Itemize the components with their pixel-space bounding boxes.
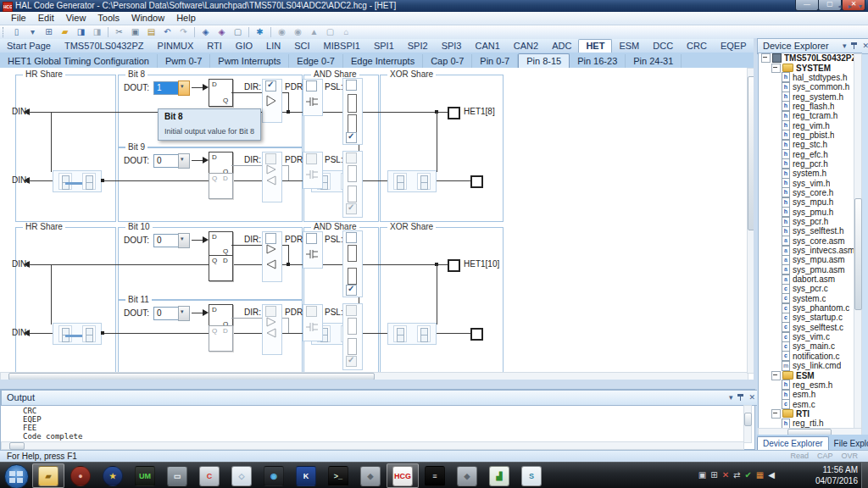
tab-mibspi1[interactable]: MIBSPI1 <box>317 40 367 53</box>
subtab-pin-16-23[interactable]: Pin 16-23 <box>570 54 626 68</box>
tree-item-sys-main-c[interactable]: csys_main.c <box>759 341 861 351</box>
minimize-button[interactable]: — <box>795 0 819 11</box>
toolbar-cut-button[interactable]: ✂ <box>112 26 126 38</box>
tree-item-notification-c[interactable]: cnotification.c <box>759 352 861 361</box>
subtab-pwm-0-7[interactable]: Pwm 0-7 <box>158 54 210 68</box>
tab-lin[interactable]: LIN <box>259 40 287 53</box>
tree-item-reg-flash-h[interactable]: hreg_flash.h <box>759 102 861 111</box>
tree-item-sys-mpu-h[interactable]: hsys_mpu.h <box>759 197 861 207</box>
taskbar-scite-button[interactable]: S <box>515 463 548 488</box>
tab-spi1[interactable]: SPI1 <box>367 40 401 53</box>
tree-item-sys-pmu-h[interactable]: hsys_pmu.h <box>759 208 861 217</box>
subtab-het1-global-timing-configuration[interactable]: HET1 Global Timing Configuration <box>0 54 158 68</box>
tray-volume-icon[interactable]: ◀ <box>768 469 775 482</box>
tray-network-icon[interactable]: ⇄ <box>733 469 740 482</box>
taskbar-cube-app-button[interactable]: ◇ <box>225 463 258 488</box>
menu-help[interactable]: Help <box>170 12 202 25</box>
toolbar-nav-doc-button[interactable]: ▢ <box>323 26 337 38</box>
dout-input-bit9[interactable]: 0 <box>153 154 180 168</box>
het1-8-pin[interactable] <box>448 107 460 119</box>
subtab-pwm-interrupts[interactable]: Pwm Interrupts <box>210 54 289 68</box>
output-hscrollbar[interactable] <box>1 441 744 450</box>
tree-item-reg-system-h[interactable]: hreg_system.h <box>759 92 861 101</box>
psl-out-checkbox-bit11[interactable] <box>346 356 357 367</box>
taskbar-hercules-demo-button[interactable]: ≡ <box>419 463 451 488</box>
toolbar-undo-button[interactable]: ↶ <box>160 26 175 38</box>
pin-square[interactable] <box>470 328 483 341</box>
tree-item-sys-pcr-c[interactable]: csys_pcr.c <box>759 284 861 293</box>
subtab-pin-8-15[interactable]: Pin 8-15 <box>518 53 570 68</box>
tree-item-sys-vim-c[interactable]: csys_vim.c <box>759 332 861 341</box>
collapse-toggle[interactable] <box>771 64 781 73</box>
xor-share-block-1[interactable] <box>387 170 437 192</box>
dout-spinner-bit10[interactable] <box>178 233 190 248</box>
tree-item-rti[interactable]: RTI <box>759 409 861 419</box>
psl-out-checkbox-bit9[interactable] <box>346 203 357 214</box>
toolbar-nav-back-button[interactable]: ◉ <box>275 26 289 38</box>
tree-item-sys-pcr-h[interactable]: hsys_pcr.h <box>759 217 861 226</box>
menu-edit[interactable]: Edit <box>32 12 60 25</box>
subtab-edge-0-7[interactable]: Edge 0-7 <box>289 54 343 68</box>
hr-share-block-2[interactable] <box>53 323 102 345</box>
psl-checkbox-bit9[interactable] <box>346 152 357 164</box>
tab-can1[interactable]: CAN1 <box>468 40 506 53</box>
tab-scroll-buttons[interactable]: ◂ ▸ ▾ <box>838 3 865 10</box>
menu-tools[interactable]: Tools <box>92 12 125 25</box>
explorer-tab-file-explorer[interactable]: File Explorer <box>829 437 868 450</box>
tree-item-sys-pmu-asm[interactable]: asys_pmu.asm <box>759 265 861 274</box>
output-console[interactable]: CRCEQEPFEECode complete <box>1 404 752 444</box>
tab-sci[interactable]: SCI <box>287 40 316 53</box>
dout-spinner-bit9[interactable] <box>178 153 190 169</box>
tree-item-sys-core-asm[interactable]: asys_core.asm <box>759 236 861 246</box>
tree-item-reg-tcram-h[interactable]: hreg_tcram.h <box>759 111 861 120</box>
taskbar-chart-app-button[interactable]: ▟ <box>483 463 515 488</box>
tree-item-system[interactable]: SYSTEM <box>759 63 861 72</box>
pdr-checkbox-bit11[interactable] <box>306 306 317 317</box>
menu-window[interactable]: Window <box>125 12 170 25</box>
collapse-toggle[interactable] <box>761 53 771 63</box>
toolbar-add-item-button[interactable]: ⊞ <box>42 26 56 38</box>
subtab-pin-24-31[interactable]: Pin 24-31 <box>626 54 682 68</box>
explorer-tab-device-explorer[interactable]: Device Explorer <box>757 436 829 450</box>
tree-item-sys-selftest-c[interactable]: csys_selftest.c <box>759 323 861 332</box>
tree-item-sys-mpu-asm[interactable]: asys_mpu.asm <box>759 255 861 264</box>
menu-file[interactable]: File <box>5 12 32 25</box>
tray-error-icon[interactable]: ✕ <box>722 469 729 482</box>
tree-item-sys-common-h[interactable]: hsys_common.h <box>759 82 861 92</box>
collapse-toggle[interactable] <box>771 371 781 380</box>
dir-checkbox-bit9[interactable] <box>265 153 276 164</box>
tree-item-sys-core-h[interactable]: hsys_core.h <box>759 188 861 197</box>
subtab-cap-0-7[interactable]: Cap 0-7 <box>423 54 472 68</box>
toolbar-wizard-add-button[interactable]: ◈ <box>214 26 229 38</box>
tab-rti[interactable]: RTI <box>200 40 229 53</box>
start-button[interactable] <box>4 464 29 488</box>
xor-share-block-2[interactable] <box>387 323 437 345</box>
tree-item-system-h[interactable]: hsystem.h <box>759 169 861 178</box>
het1-10-pin[interactable] <box>448 259 460 272</box>
taskbar-cube-app-3-button[interactable]: ◆ <box>451 463 483 488</box>
panel-menu-icon[interactable]: ▾ <box>843 41 847 51</box>
toolbar-save-button[interactable]: ◨ <box>74 26 88 38</box>
hr-share-block-1[interactable] <box>53 170 102 192</box>
toolbar-open-button[interactable]: ▰ <box>58 26 72 38</box>
tree-item-reg-esm-h[interactable]: hreg_esm.h <box>759 380 861 390</box>
tab-spi3[interactable]: SPI3 <box>435 40 469 53</box>
toolbar-save-all-button[interactable]: ◨ <box>90 26 104 38</box>
toolbar-nav-up-button[interactable]: ▲ <box>307 26 321 38</box>
tab-esm[interactable]: ESM <box>612 40 646 53</box>
tab-tms570ls0432pz[interactable]: TMS570LS0432PZ <box>58 40 151 53</box>
menu-view[interactable]: View <box>60 12 92 25</box>
tray-cube-icon[interactable]: ▣ <box>698 469 706 482</box>
toolbar-generate-code-button[interactable]: ✱ <box>253 26 267 38</box>
taskbar-hal-code-generator-button[interactable]: HCG <box>387 463 419 488</box>
tree-item-esm[interactable]: ESM <box>759 370 861 380</box>
pdr-checkbox-bit8[interactable] <box>306 80 317 92</box>
tree-item-sys-intvecs-asm[interactable]: asys_intvecs.asm <box>759 246 861 255</box>
show-desktop-button[interactable] <box>861 463 868 488</box>
toolbar-window-layout-button[interactable]: ▢ <box>231 26 245 38</box>
dout-input-bit8[interactable]: 1 <box>153 81 180 95</box>
tab-gio[interactable]: GIO <box>229 40 259 53</box>
toolbar-copy-button[interactable]: ▣ <box>128 26 142 38</box>
taskbar-ccleaner-button[interactable]: C <box>193 463 225 488</box>
tree-item-esm-h[interactable]: hesm.h <box>759 390 861 399</box>
